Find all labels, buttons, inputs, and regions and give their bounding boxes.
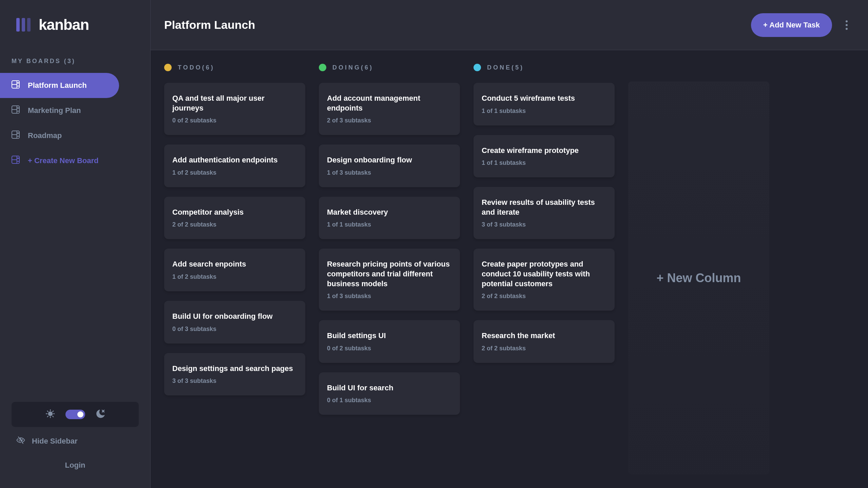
task-card[interactable]: Add account management endpoints2 of 3 s… [319,83,460,135]
new-column-button[interactable]: + New Column [628,81,769,474]
theme-switch[interactable] [65,410,85,419]
column-todo: TODO(6)QA and test all major user journe… [164,64,305,474]
task-title: Build UI for search [327,383,452,393]
board-icon [12,131,20,141]
task-title: Build UI for onboarding flow [172,312,297,321]
column-title: DONE(5) [487,64,524,71]
task-title: Competitor analysis [172,208,297,217]
task-title: Research the market [482,331,606,341]
board: TODO(6)QA and test all major user journe… [151,50,868,488]
column-dot-icon [474,64,481,71]
column-doing: DOING(6)Add account management endpoints… [319,64,460,474]
task-title: Design onboarding flow [327,155,452,165]
task-title: QA and test all major user journeys [172,94,297,113]
task-card[interactable]: Add search enpoints1 of 2 subtasks [164,249,305,291]
task-card[interactable]: QA and test all major user journeys0 of … [164,83,305,135]
task-title: Add search enpoints [172,259,297,269]
board-icon [12,105,20,116]
eye-off-icon [16,436,25,446]
create-board-label: + Create New Board [28,156,98,165]
logo-icon [16,18,31,32]
task-subtasks: 2 of 3 subtasks [327,117,452,124]
sidebar-item-roadmap[interactable]: Roadmap [0,123,119,148]
sidebar: kanban MY BOARDS (3) Platform Launch Mar… [0,0,151,488]
hide-sidebar-button[interactable]: Hide Sidebar [12,436,139,446]
task-subtasks: 2 of 2 subtasks [172,221,297,228]
task-title: Review results of usability tests and it… [482,198,606,217]
task-subtasks: 1 of 2 subtasks [172,169,297,176]
task-card[interactable]: Research pricing points of various compe… [319,249,460,311]
column-dot-icon [164,64,172,71]
task-title: Market discovery [327,208,452,217]
task-subtasks: 0 of 3 subtasks [172,326,297,333]
task-card[interactable]: Research the market2 of 2 subtasks [474,320,615,363]
task-subtasks: 2 of 2 subtasks [482,345,606,352]
task-card[interactable]: Design settings and search pages3 of 3 s… [164,353,305,396]
column-title: TODO(6) [178,64,215,71]
task-subtasks: 3 of 3 subtasks [482,221,606,228]
boards-heading: MY BOARDS (3) [12,58,150,65]
sun-icon [46,409,55,419]
sidebar-item-marketing-plan[interactable]: Marketing Plan [0,98,119,123]
task-card[interactable]: Review results of usability tests and it… [474,187,615,239]
column-done: DONE(5)Conduct 5 wireframe tests1 of 1 s… [474,64,615,474]
toggle-knob [77,411,83,417]
app-name: kanban [39,16,89,33]
task-subtasks: 1 of 1 subtasks [482,108,606,115]
add-task-button[interactable]: + Add New Task [751,13,832,37]
task-card[interactable]: Build UI for onboarding flow0 of 3 subta… [164,301,305,344]
task-card[interactable]: Design onboarding flow1 of 3 subtasks [319,144,460,187]
hide-sidebar-label: Hide Sidebar [32,437,77,446]
kebab-menu-button[interactable] [842,17,851,33]
task-card[interactable]: Create paper prototypes and conduct 10 u… [474,249,615,311]
create-new-board-button[interactable]: + Create New Board [0,148,119,173]
task-subtasks: 0 of 2 subtasks [172,117,297,124]
task-title: Add account management endpoints [327,94,452,113]
board-icon [12,80,20,91]
task-subtasks: 3 of 3 subtasks [172,377,297,385]
sidebar-item-platform-launch[interactable]: Platform Launch [0,73,119,98]
task-card[interactable]: Add authentication endpoints1 of 2 subta… [164,144,305,187]
task-subtasks: 1 of 1 subtasks [482,159,606,167]
sidebar-item-label: Marketing Plan [28,106,81,115]
theme-toggle [12,402,139,427]
moon-icon [96,409,105,419]
task-card[interactable]: Create wireframe prototype1 of 1 subtask… [474,135,615,178]
board-icon [12,156,20,166]
task-card[interactable]: Build settings UI0 of 2 subtasks [319,320,460,363]
page-title: Platform Launch [164,18,255,32]
task-subtasks: 1 of 2 subtasks [172,273,297,280]
task-card[interactable]: Competitor analysis2 of 2 subtasks [164,197,305,239]
task-subtasks: 0 of 2 subtasks [327,345,452,352]
task-subtasks: 1 of 3 subtasks [327,169,452,176]
header: Platform Launch + Add New Task [151,0,868,50]
task-title: Conduct 5 wireframe tests [482,94,606,103]
task-subtasks: 1 of 3 subtasks [327,293,452,300]
sidebar-item-label: Roadmap [28,131,62,140]
task-title: Create paper prototypes and conduct 10 u… [482,259,606,289]
task-subtasks: 1 of 1 subtasks [327,221,452,228]
logo: kanban [0,0,150,33]
task-subtasks: 2 of 2 subtasks [482,293,606,300]
task-card[interactable]: Build UI for search0 of 1 subtasks [319,372,460,415]
sidebar-item-label: Platform Launch [28,81,87,90]
login-link[interactable]: Login [12,461,139,470]
board-list: Platform Launch Marketing Plan Roadmap +… [0,73,150,173]
task-title: Research pricing points of various compe… [327,259,452,289]
task-title: Create wireframe prototype [482,146,606,156]
task-card[interactable]: Conduct 5 wireframe tests1 of 1 subtasks [474,83,615,125]
column-dot-icon [319,64,326,71]
task-subtasks: 0 of 1 subtasks [327,397,452,404]
task-title: Add authentication endpoints [172,155,297,165]
task-title: Build settings UI [327,331,452,341]
column-title: DOING(6) [332,64,373,71]
main: Platform Launch + Add New Task TODO(6)QA… [151,0,868,488]
task-card[interactable]: Market discovery1 of 1 subtasks [319,197,460,239]
task-title: Design settings and search pages [172,364,297,374]
